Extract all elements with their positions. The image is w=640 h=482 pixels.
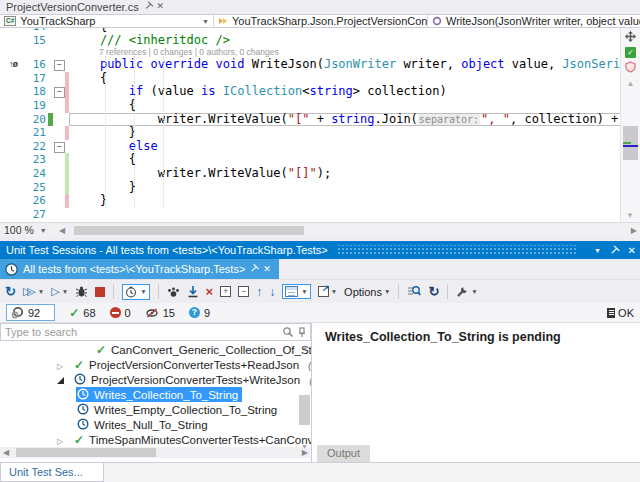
repeat-run-button[interactable]: ↻ xyxy=(5,285,16,298)
breadcrumb-project-dropdown[interactable]: C# YouTrackSharp ▼ xyxy=(0,15,213,27)
run-selected-button[interactable]: ▷▼ xyxy=(51,285,68,298)
ignored-counter[interactable]: 15 xyxy=(145,307,175,319)
pin-icon[interactable]: ⊤ xyxy=(610,245,619,256)
search-box[interactable] xyxy=(0,323,311,341)
document-tab[interactable]: ProjectVersionConverter.cs ⊤ ✕ xyxy=(0,0,171,14)
code-line[interactable]: else xyxy=(69,140,620,154)
scroll-down-icon[interactable]: ▼ xyxy=(301,443,308,450)
code-line[interactable]: if (value is ICollection<string> collect… xyxy=(69,85,620,99)
test-passed-icon: ✓ xyxy=(74,433,84,447)
analysis-ok-icon[interactable]: ✓ xyxy=(625,47,636,58)
previous-test-button[interactable]: ↑ xyxy=(256,285,262,299)
code-line[interactable]: } xyxy=(69,126,620,140)
tool-window-tab[interactable]: Unit Test Ses... xyxy=(0,463,104,482)
shield-icon[interactable] xyxy=(625,61,636,75)
scroll-up-icon[interactable]: ▲ xyxy=(627,78,635,89)
fold-toggle-icon[interactable] xyxy=(53,140,65,154)
expander-collapsed-icon[interactable] xyxy=(57,359,73,371)
search-icon[interactable] xyxy=(282,326,294,338)
failed-counter[interactable]: 0 xyxy=(110,307,131,319)
fold-toggle-icon[interactable] xyxy=(53,58,65,72)
scroll-up-icon[interactable]: ▲ xyxy=(301,343,308,350)
inconclusive-counter[interactable]: ? 9 xyxy=(189,307,210,319)
test-tree-row[interactable]: ✓ProjectVersionConverterTests+ReadJson(3… xyxy=(0,357,311,372)
export-button[interactable]: ▼ xyxy=(318,286,337,297)
fold-toggle-icon[interactable] xyxy=(53,85,65,99)
test-tree-row[interactable]: Writes_Empty_Collection_To_String xyxy=(0,402,311,417)
collapse-all-button[interactable] xyxy=(238,286,249,297)
scroll-left-icon[interactable]: ◀ xyxy=(56,226,68,235)
scroll-left-icon[interactable]: ◀ xyxy=(0,448,12,457)
test-tree-row[interactable]: ProjectVersionConverterTests+WriteJson(3… xyxy=(0,372,311,387)
run-all-button[interactable]: ▷▷▼ xyxy=(23,285,44,298)
options-button[interactable]: Options▼ xyxy=(344,286,390,298)
remove-from-session-button[interactable]: × xyxy=(206,285,214,298)
zoom-control[interactable]: 100 % ▼ xyxy=(0,224,56,236)
pin-icon[interactable]: ⊤ xyxy=(250,264,258,274)
scroll-right-icon[interactable]: ▶ xyxy=(628,226,640,235)
profile-test-button[interactable] xyxy=(167,286,180,298)
test-tree-row[interactable]: Writes_Null_To_String xyxy=(0,417,311,432)
close-icon[interactable]: ✕ xyxy=(263,264,271,274)
session-tab[interactable]: All tests from <tests>\<YouTrackSharp.Te… xyxy=(0,259,279,279)
code-editor[interactable]: 14 {15 /// <inheritdoc />7 references | … xyxy=(0,28,640,222)
code-line[interactable]: public override void WriteJson(JsonWrite… xyxy=(69,58,620,72)
options-label: Options xyxy=(344,286,382,298)
search-input[interactable] xyxy=(1,326,282,338)
overrides-gutter-icon[interactable]: ↑ø xyxy=(0,58,26,72)
expander-expanded-icon[interactable] xyxy=(57,374,73,386)
passed-counter[interactable]: ✓ 68 xyxy=(69,306,95,320)
tree-hscrollbar[interactable]: ◀ ▶ xyxy=(0,447,311,458)
stop-button[interactable] xyxy=(95,287,105,297)
next-test-button[interactable]: ↓ xyxy=(269,285,275,299)
scrollbar-thumb[interactable] xyxy=(74,226,304,235)
tree-vscrollbar[interactable]: ▲ ▼ xyxy=(299,343,310,450)
chevron-down-icon: ▼ xyxy=(202,18,209,25)
expander-collapsed-icon[interactable] xyxy=(57,434,73,446)
group-by-toggle[interactable]: ▼ xyxy=(282,284,310,299)
code-line[interactable]: writer.WriteValue("[]"); xyxy=(69,167,620,181)
code-line[interactable]: writer.WriteValue("[" + string.Join(sepa… xyxy=(69,113,620,127)
scrollbar-thumb[interactable] xyxy=(299,395,310,425)
breadcrumb-member-dropdown[interactable]: WriteJson(JsonWriter writer, object valu… xyxy=(427,15,640,27)
pin-icon[interactable]: ⊤ xyxy=(144,2,152,11)
code-line[interactable]: } xyxy=(69,181,620,195)
total-counter[interactable]: 92 xyxy=(6,304,55,321)
scrollbar-thumb[interactable] xyxy=(16,448,156,457)
close-icon[interactable]: ✕ xyxy=(157,2,165,11)
window-position-icon[interactable]: ▼ xyxy=(594,247,601,254)
expand-all-button[interactable] xyxy=(220,286,231,297)
chevron-down-icon: ▼ xyxy=(384,288,390,295)
code-line[interactable]: { xyxy=(69,72,620,86)
scroll-down-icon[interactable]: ▼ xyxy=(626,211,634,220)
caret-position-marker xyxy=(623,145,638,147)
code-line[interactable]: /// <inheritdoc /> xyxy=(69,34,620,48)
settings-button[interactable]: ▼ xyxy=(456,285,477,298)
test-tree-row[interactable]: Writes_Collection_To_String xyxy=(0,387,311,402)
test-pending-icon xyxy=(74,373,86,387)
add-tests-to-session-button[interactable] xyxy=(187,285,199,298)
breadcrumb-type-dropdown[interactable]: YouTrackSharp.Json.ProjectVersionConvert… xyxy=(213,15,427,27)
close-icon[interactable]: ✕ xyxy=(628,245,636,256)
track-running-test-toggle[interactable]: ▼ xyxy=(122,284,149,300)
code-line[interactable]: { xyxy=(69,99,620,113)
code-line[interactable]: { xyxy=(69,153,620,167)
search-tests-button[interactable] xyxy=(407,285,421,298)
code-line[interactable] xyxy=(69,208,620,222)
editor-vscrollbar[interactable]: ▼ xyxy=(623,96,638,222)
editor-hscroll-row: 100 % ▼ ◀ ▶ xyxy=(0,222,640,237)
test-tree-panel: ✓CanConvert_Generic_Collection_Of_String… xyxy=(0,323,311,462)
editor-hscrollbar[interactable] xyxy=(68,225,628,236)
pin-icon[interactable] xyxy=(298,327,306,338)
debug-button[interactable] xyxy=(75,285,88,298)
test-tree-row[interactable]: ✓CanConvert_Generic_Collection_Of_String… xyxy=(0,342,311,357)
tool-window-titlebar[interactable]: Unit Test Sessions - All tests from <tes… xyxy=(0,241,640,259)
code-line[interactable]: } xyxy=(69,194,620,208)
ignored-icon xyxy=(145,307,159,319)
passed-icon: ✓ xyxy=(69,306,79,320)
splitter-handle-icon[interactable] xyxy=(625,31,636,44)
method-icon xyxy=(432,16,442,26)
test-tree-row[interactable]: ✓TimeSpanMinutesConverterTests+CanConver… xyxy=(0,432,311,447)
output-tab[interactable]: Output xyxy=(317,445,370,462)
refresh-button[interactable]: ↻ xyxy=(428,285,439,298)
